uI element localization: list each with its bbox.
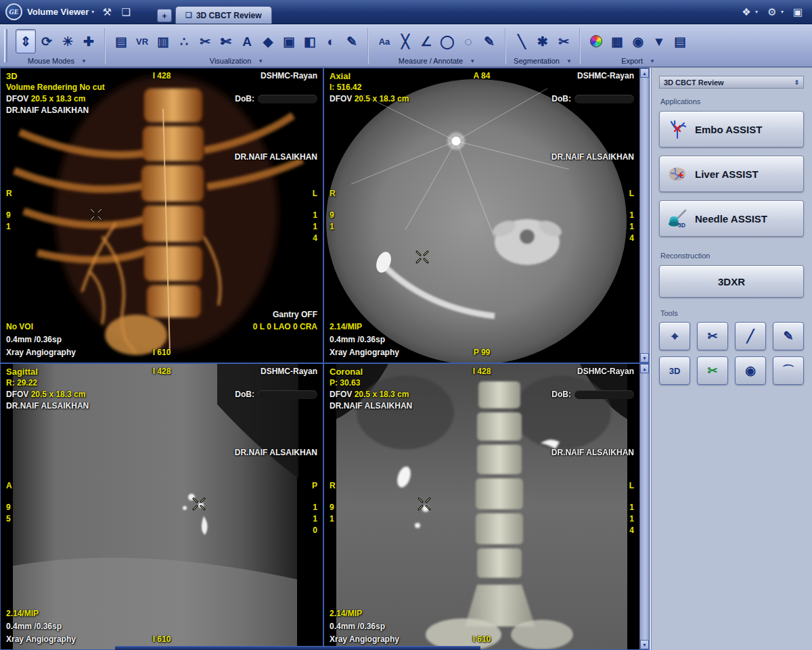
displays-config-icon-caret[interactable]: ▾ — [755, 9, 758, 15]
main-area: 3D I 428 DSHMC-Rayan Volume Rendering No… — [0, 68, 812, 650]
scroll-down-button[interactable]: ▼ — [640, 640, 649, 649]
toolbar-group-label[interactable]: Measure / Annotate▼ — [374, 55, 499, 66]
trajectory-tool-button[interactable]: ⌖ — [659, 322, 690, 350]
toolbar-group-label[interactable]: Export▼ — [586, 55, 690, 66]
viewport-coronal[interactable]: Coronal I 428 DSHMC-Rayan P: 30.63 DFOV … — [323, 363, 650, 650]
liver-assist-button[interactable]: Liver ASSIST — [659, 156, 804, 192]
measure-distance-icon[interactable]: ╳ — [395, 29, 415, 53]
annotation-a-icon[interactable]: A — [237, 29, 257, 53]
crosshair-marker[interactable] — [191, 496, 206, 511]
steps-icon[interactable]: ∴ — [174, 29, 194, 53]
paint-tool-icon[interactable]: ✎ — [342, 29, 362, 53]
group-dropdown-icon[interactable]: ▼ — [81, 58, 87, 64]
cut-tool-button[interactable]: ✂ — [697, 322, 728, 350]
axial-scrollbar[interactable]: ▲ ▼ — [639, 68, 649, 363]
slab-icon[interactable]: ◧ — [300, 29, 320, 53]
new-tab-button[interactable]: + — [157, 9, 172, 22]
layout-icon[interactable]: ▤ — [111, 29, 131, 53]
embo-assist-icon — [667, 118, 688, 140]
toolbar-group-label[interactable]: Segmentation▼ — [512, 55, 574, 66]
scroll-up-button[interactable]: ▲ — [640, 364, 649, 373]
viewport-3d-image[interactable]: 3D I 428 DSHMC-Rayan Volume Rendering No… — [1, 68, 323, 363]
settings-gear-icon-caret[interactable]: ▾ — [781, 9, 784, 15]
crosshair-marker[interactable] — [89, 207, 104, 222]
auto-select-icon: ✱ — [537, 35, 548, 48]
viewport-sagittal-image[interactable]: Sagittal I 428 DSHMC-Rayan R: 29.22 DFOV… — [1, 364, 323, 649]
user-preferences-icon[interactable]: ⚒ — [98, 4, 116, 20]
text-annotation-icon[interactable]: Aa — [374, 29, 394, 53]
scroll-mode-icon[interactable]: ⇕ — [16, 29, 36, 53]
color-wheel-icon[interactable] — [586, 29, 606, 53]
ellipse-roi-icon[interactable]: ◯ — [437, 29, 457, 53]
app-menu-caret-icon[interactable]: ▾ — [91, 9, 94, 15]
toolbar-group-label[interactable]: Visualization▼ — [111, 55, 362, 66]
panel-scroll-icon[interactable]: ⇕ — [794, 79, 799, 86]
horizontal-scrollbar[interactable] — [115, 646, 480, 650]
save-image-icon[interactable]: ▼ — [649, 29, 669, 53]
tab-3d-cbct-review[interactable]: ❏ 3D CBCT Review — [175, 6, 272, 24]
cube-view-icon[interactable]: ▣ — [279, 29, 299, 53]
slab-icon: ◧ — [304, 35, 316, 48]
scrollbar-track[interactable] — [640, 78, 649, 353]
camera-capture-icon[interactable]: ◉ — [628, 29, 648, 53]
viewport-axial[interactable]: Axial A 84 DSHMC-Rayan I: 516.42 DFOV 20… — [323, 68, 650, 363]
print-icon: ▤ — [674, 35, 686, 48]
toolbar-grip[interactable] — [4, 29, 7, 62]
viewport-3d[interactable]: 3D I 428 DSHMC-Rayan Volume Rendering No… — [0, 68, 323, 363]
settings-gear-icon[interactable]: ⚙ — [763, 4, 781, 20]
cut-tool-icon: ✂ — [707, 329, 717, 344]
toolbar-group-label[interactable]: Mouse Modes▼ — [16, 55, 99, 66]
capture-window-icon[interactable]: ▣ — [789, 4, 807, 20]
crosshair-marker[interactable] — [417, 496, 432, 511]
scrollbar-track[interactable] — [640, 373, 649, 640]
window-level-mode-icon[interactable]: ☀ — [58, 29, 78, 53]
copy-series-icon[interactable]: ▦ — [607, 29, 627, 53]
line-tool-button[interactable]: ╱ — [735, 322, 766, 350]
3dxr-label: 3DXR — [718, 276, 745, 287]
viewport-axial-image[interactable]: Axial A 84 DSHMC-Rayan I: 516.42 DFOV 20… — [324, 68, 639, 363]
group-dropdown-icon[interactable]: ▼ — [566, 58, 572, 64]
seed-point-icon[interactable]: ╲ — [512, 29, 532, 53]
embo-assist-button[interactable]: Embo ASSIST — [659, 111, 804, 147]
freehand-roi-icon[interactable]: ◌ — [458, 29, 478, 53]
pan-mode-icon[interactable]: ✚ — [78, 29, 99, 53]
auto-select-icon[interactable]: ✱ — [533, 29, 553, 53]
needle-assist-button[interactable]: 3D Needle ASSIST — [659, 200, 804, 237]
export-image-icon[interactable]: ❏ — [117, 4, 135, 20]
group-dropdown-icon[interactable]: ▼ — [258, 58, 263, 64]
green-scissors-tool-button[interactable]: ✂ — [697, 356, 728, 385]
liver-assist-icon — [667, 163, 688, 185]
scissors-segment-icon[interactable]: ✂ — [554, 29, 574, 53]
displays-config-icon[interactable]: ❖ — [738, 4, 755, 20]
measure-angle-icon[interactable]: ∠ — [416, 29, 436, 53]
cut-plane-right-icon[interactable]: ✄ — [216, 29, 236, 53]
annotate-pencil-icon[interactable]: ✎ — [479, 29, 499, 53]
curve-tool-button[interactable]: ⌒ — [773, 356, 804, 385]
viewport-coronal-image[interactable]: Coronal I 428 DSHMC-Rayan P: 30.63 DFOV … — [324, 364, 639, 649]
scroll-up-button[interactable]: ▲ — [640, 68, 649, 78]
sphere-tool-button[interactable]: ◉ — [735, 356, 766, 385]
display-monitor-icon[interactable]: ▥ — [153, 29, 173, 53]
crosshair-marker[interactable] — [415, 250, 430, 264]
print-icon[interactable]: ▤ — [670, 29, 690, 53]
applications-section-label: Applications — [660, 97, 803, 106]
group-dropdown-icon[interactable]: ▼ — [470, 58, 475, 64]
group-dropdown-icon[interactable]: ▼ — [650, 58, 655, 64]
axial-ct-image — [324, 68, 639, 363]
cut-plane-left-icon[interactable]: ✂ — [195, 29, 215, 53]
sphere-cut-icon[interactable]: ◐ — [321, 29, 341, 53]
app-title[interactable]: Volume Viewer — [27, 7, 89, 17]
scroll-down-button[interactable]: ▼ — [640, 353, 649, 363]
pen-tool-button[interactable]: ✎ — [773, 322, 804, 350]
coronal-scrollbar[interactable]: ▲ ▼ — [639, 364, 649, 649]
window-level-mode-icon: ☀ — [62, 35, 73, 48]
curve-tool-icon: ⌒ — [782, 363, 794, 379]
green-scissors-tool-icon: ✂ — [707, 363, 717, 378]
viewport-sagittal[interactable]: Sagittal I 428 DSHMC-Rayan R: 29.22 DFOV… — [0, 363, 323, 650]
rotate-mode-icon[interactable]: ⟳ — [37, 29, 57, 53]
3d-stamp-tool-button[interactable]: 3D — [659, 356, 690, 385]
title-bar: GE Volume Viewer ▾ ⚒❏ + ❏ 3D CBCT Review… — [0, 0, 812, 24]
diamond-view-icon[interactable]: ◆ — [258, 29, 278, 53]
volume-rendering-icon[interactable]: VR — [132, 29, 152, 53]
3dxr-button[interactable]: 3DXR — [659, 265, 804, 298]
